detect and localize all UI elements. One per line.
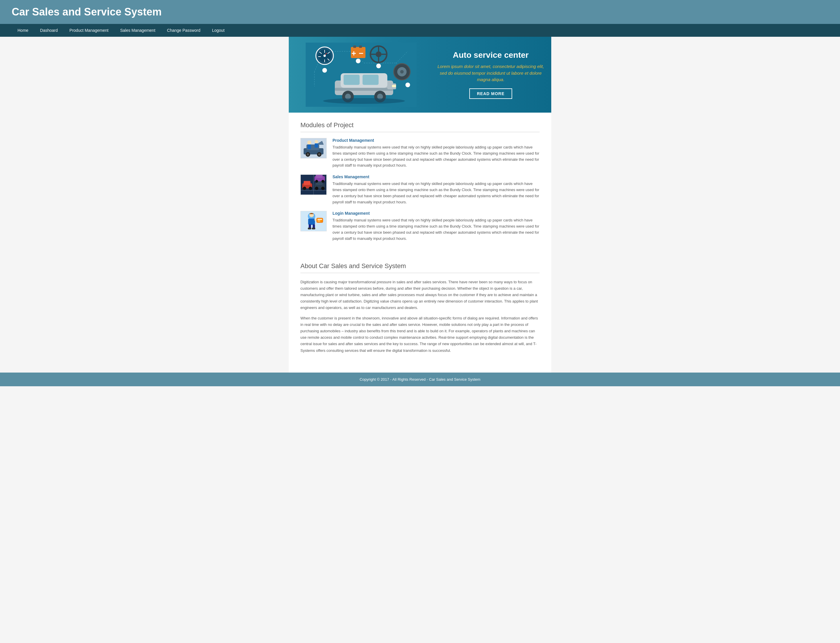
svg-point-38 <box>376 51 382 57</box>
svg-rect-62 <box>303 181 310 185</box>
svg-rect-30 <box>351 47 365 58</box>
site-header: Car Sales and Service System <box>0 0 840 24</box>
module-desc-product: Traditionally manual systems were used t… <box>333 144 540 169</box>
svg-point-67 <box>315 187 318 190</box>
svg-rect-78 <box>308 219 315 225</box>
module-text-product: Product Management Traditionally manual … <box>333 138 540 169</box>
banner-car-section <box>289 37 433 113</box>
product-management-icon <box>301 138 326 158</box>
svg-point-63 <box>303 187 306 190</box>
main-nav: HomeDashoardProduct ManagementSales Mana… <box>0 24 840 37</box>
svg-rect-86 <box>312 228 315 230</box>
module-image-product <box>300 138 327 158</box>
module-item-sales: Sales Management Traditionally manual sy… <box>300 175 540 205</box>
module-name-product: Product Management <box>333 138 540 143</box>
module-desc-sales: Traditionally manual systems were used t… <box>333 181 540 205</box>
svg-point-64 <box>308 187 312 190</box>
svg-point-71 <box>315 180 318 183</box>
svg-point-48 <box>323 98 405 104</box>
module-item-product: Product Management Traditionally manual … <box>300 138 540 169</box>
svg-rect-12 <box>335 88 393 91</box>
banner-text: Lorem ipsum dolor sit amet, consectetur … <box>436 63 545 83</box>
svg-rect-31 <box>353 46 356 48</box>
site-title: Car Sales and Service System <box>11 6 829 18</box>
svg-rect-70 <box>316 175 323 178</box>
nav-item-change-password[interactable]: Change Password <box>161 24 206 37</box>
nav-item-dashoard[interactable]: Dashoard <box>34 24 64 37</box>
about-section: About Car Sales and Service System Digit… <box>289 256 551 367</box>
svg-rect-11 <box>362 75 378 85</box>
svg-point-68 <box>321 187 325 190</box>
svg-rect-10 <box>344 75 360 85</box>
module-text-sales: Sales Management Traditionally manual sy… <box>333 175 540 205</box>
login-management-icon <box>301 211 326 231</box>
svg-point-47 <box>405 83 410 87</box>
svg-rect-55 <box>315 143 318 148</box>
banner-illustration <box>306 42 416 107</box>
nav-item-home[interactable]: Home <box>11 24 34 37</box>
svg-point-54 <box>315 140 318 144</box>
svg-point-29 <box>322 68 327 73</box>
read-more-button[interactable]: READ MORE <box>469 88 512 99</box>
svg-point-58 <box>307 153 309 155</box>
module-name-login: Login Management <box>333 211 540 215</box>
modules-title: Modules of Project <box>300 121 540 132</box>
module-desc-login: Traditionally manual systems were used t… <box>333 217 540 242</box>
banner: Auto service center Lorem ipsum dolor si… <box>289 37 551 113</box>
site-footer: Copyright © 2017 - All Rights Reserved -… <box>0 372 840 386</box>
nav-item-logout[interactable]: Logout <box>206 24 230 37</box>
svg-point-46 <box>400 70 404 73</box>
svg-rect-18 <box>392 85 396 87</box>
about-paragraph-1: Digitization is causing major transforma… <box>300 279 540 311</box>
modules-section: Modules of Project <box>289 113 551 256</box>
svg-rect-80 <box>317 218 323 223</box>
footer-text: Copyright © 2017 - All Rights Reserved -… <box>11 377 829 382</box>
module-item-login: Login Management Traditionally manual sy… <box>300 211 540 242</box>
svg-rect-85 <box>308 228 312 230</box>
module-image-login <box>300 211 327 231</box>
about-title: About Car Sales and Service System <box>300 262 540 273</box>
svg-rect-32 <box>359 46 362 48</box>
svg-rect-53 <box>308 144 311 149</box>
module-name-sales: Sales Management <box>333 175 540 179</box>
svg-point-28 <box>323 55 326 57</box>
banner-text-section: Auto service center Lorem ipsum dolor si… <box>433 45 551 105</box>
svg-point-43 <box>376 64 381 68</box>
module-text-login: Login Management Traditionally manual sy… <box>333 211 540 242</box>
nav-item-product-management[interactable]: Product Management <box>64 24 114 37</box>
sales-management-icon <box>301 175 326 194</box>
svg-rect-81 <box>318 219 322 220</box>
svg-point-72 <box>321 180 325 183</box>
banner-heading: Auto service center <box>436 51 545 60</box>
svg-point-59 <box>318 153 321 155</box>
svg-point-36 <box>356 59 360 63</box>
svg-point-52 <box>307 140 312 145</box>
module-image-sales <box>300 175 327 195</box>
main-content: Auto service center Lorem ipsum dolor si… <box>289 37 551 372</box>
nav-item-sales-management[interactable]: Sales Management <box>114 24 161 37</box>
svg-rect-82 <box>318 220 321 222</box>
about-paragraph-2: When the customer is present in the show… <box>300 315 540 354</box>
